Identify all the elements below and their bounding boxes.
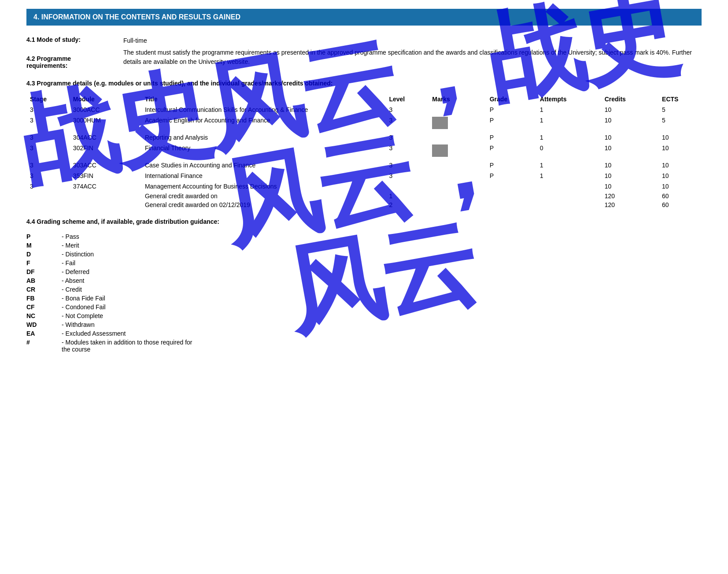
summary-grade	[486, 192, 536, 200]
section-header-text: 4. INFORMATION ON THE CONTENTS AND RESUL…	[33, 13, 240, 21]
grading-row: NC - Not Complete	[26, 311, 194, 320]
summary-ects: 60	[658, 200, 702, 209]
cell-marks	[429, 181, 486, 192]
grade-desc: - Condoned Fail	[62, 303, 194, 311]
cell-grade: P	[486, 170, 536, 181]
cell-title: Management Accounting for Business Decis…	[141, 181, 385, 192]
summary-marks	[429, 200, 486, 209]
grade-code: FB	[26, 294, 62, 303]
cell-marks	[429, 104, 486, 115]
col-header-title: Title	[141, 94, 385, 104]
grade-desc: - Pass	[62, 232, 194, 241]
grading-row: WD - Withdrawn	[26, 320, 194, 329]
grading-row: EA - Excluded Assessment	[26, 329, 194, 338]
cell-level: 3	[385, 160, 429, 170]
cell-marks	[429, 160, 486, 170]
cell-grade: P	[486, 104, 536, 115]
grade-code: EA	[26, 329, 62, 338]
col-header-ects: ECTS	[658, 94, 702, 104]
table-row: 3 302FIN Financial Theory 3 P 0 10 10	[26, 143, 702, 160]
grading-row: P - Pass	[26, 232, 194, 241]
cell-title: Case Studies in Accounting and Finance	[141, 160, 385, 170]
summary-module	[70, 200, 141, 209]
cell-module: 353FIN	[70, 170, 141, 181]
summary-attempts	[536, 192, 601, 200]
cell-ects: 5	[658, 115, 702, 132]
summary-marks	[429, 192, 486, 200]
table-row: 3 374ACC Management Accounting for Busin…	[26, 181, 702, 192]
grade-desc: - Credit	[62, 285, 194, 294]
table-row: 3 303ACC Case Studies in Accounting and …	[26, 160, 702, 170]
cell-marks	[429, 143, 486, 160]
grading-row: M - Merit	[26, 241, 194, 250]
cell-ects: 10	[658, 132, 702, 143]
grading-row: FB - Bona Fide Fail	[26, 294, 194, 303]
cell-title: Academic English for Accounting and Fina…	[141, 115, 385, 132]
grade-desc: - Bona Fide Fail	[62, 294, 194, 303]
mode-value: Full-time	[123, 36, 702, 45]
cell-ects: 5	[658, 104, 702, 115]
cell-credits: 10	[601, 143, 658, 160]
cell-attempts: 0	[536, 143, 601, 160]
summary-level: 1	[385, 192, 429, 200]
cell-title: International Finance	[141, 170, 385, 181]
cell-module: 3000HUM	[70, 115, 141, 132]
grade-code: CF	[26, 303, 62, 311]
cell-credits: 10	[601, 181, 658, 192]
table-row: 3 3000ACC Intercultural Communication Sk…	[26, 104, 702, 115]
grade-code: F	[26, 259, 62, 267]
col-header-stage: Stage	[26, 94, 70, 104]
cell-attempts: 1	[536, 170, 601, 181]
table-row: 3 304ACC Reporting and Analysis 3 P 1 10…	[26, 132, 702, 143]
cell-level: 3	[385, 132, 429, 143]
grade-desc: - Fail	[62, 259, 194, 267]
summary-stage	[26, 200, 70, 209]
cell-level: 3	[385, 170, 429, 181]
grade-code: #	[26, 338, 62, 354]
cell-marks	[429, 132, 486, 143]
grading-row: # - Modules taken in addition to those r…	[26, 338, 194, 354]
cell-level: 3	[385, 143, 429, 160]
prog-req-value: The student must satisfy the programme r…	[123, 48, 702, 67]
cell-module: 3000ACC	[70, 104, 141, 115]
cell-attempts	[536, 181, 601, 192]
grade-desc: - Not Complete	[62, 311, 194, 320]
cell-stage: 3	[26, 160, 70, 170]
cell-credits: 10	[601, 160, 658, 170]
cell-module: 302FIN	[70, 143, 141, 160]
col-header-attempts: Attempts	[536, 94, 601, 104]
cell-attempts: 1	[536, 160, 601, 170]
cell-grade	[486, 181, 536, 192]
cell-stage: 3	[26, 170, 70, 181]
cell-grade: P	[486, 132, 536, 143]
cell-title: Reporting and Analysis	[141, 132, 385, 143]
summary-ects: 60	[658, 192, 702, 200]
summary-grade	[486, 200, 536, 209]
summary-label: General credit awarded on	[141, 192, 385, 200]
col-header-level: Level	[385, 94, 429, 104]
grade-desc: - Merit	[62, 241, 194, 250]
cell-stage: 3	[26, 115, 70, 132]
summary-row: General credit awarded on 1 120 60	[26, 192, 702, 200]
grading-table: P - Pass M - Merit D - Distinction F - F…	[26, 232, 194, 354]
grade-desc: - Withdrawn	[62, 320, 194, 329]
cell-attempts: 1	[536, 132, 601, 143]
cell-stage: 3	[26, 104, 70, 115]
cell-title: Intercultural Communication Skills for A…	[141, 104, 385, 115]
info-block: 4.1 Mode of study: Full-time 4.2 Program…	[26, 36, 702, 69]
cell-stage: 3	[26, 181, 70, 192]
cell-grade: P	[486, 160, 536, 170]
cell-level: 3	[385, 104, 429, 115]
grade-code: AB	[26, 276, 62, 285]
prog-req-label: 4.2 Programme requirements:	[26, 48, 123, 69]
cell-ects: 10	[658, 181, 702, 192]
page-container: 战史风云，战史风云，风云 4. INFORMATION ON THE CONTE…	[0, 0, 728, 363]
grade-code: NC	[26, 311, 62, 320]
summary-row: General credit awarded on 02/12/2019 2 1…	[26, 200, 702, 209]
cell-marks	[429, 170, 486, 181]
mode-label: 4.1 Mode of study:	[26, 36, 123, 43]
summary-module	[70, 192, 141, 200]
grade-code: D	[26, 250, 62, 259]
cell-module: 303ACC	[70, 160, 141, 170]
grade-code: DF	[26, 267, 62, 276]
